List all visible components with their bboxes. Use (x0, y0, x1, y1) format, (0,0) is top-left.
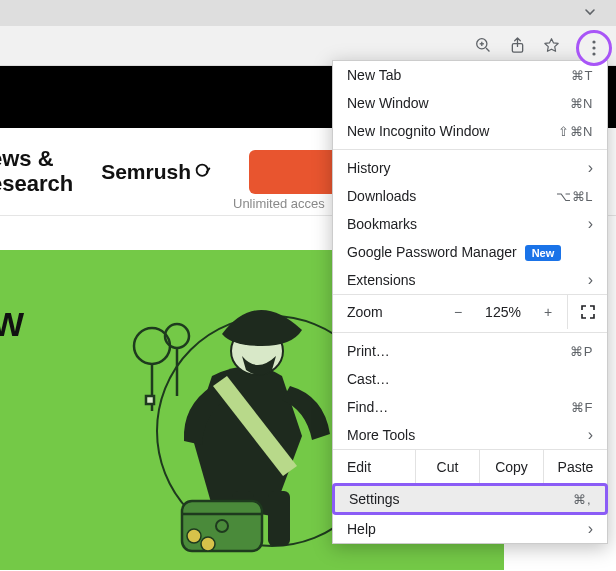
svg-point-22 (201, 537, 215, 551)
unlimited-access-text: Unlimited acces (233, 196, 325, 211)
cut-button[interactable]: Cut (415, 450, 479, 483)
chevron-right-icon (588, 215, 593, 233)
menu-settings[interactable]: Settings⌘, (332, 483, 608, 515)
menu-more-tools[interactable]: More Tools (333, 421, 607, 449)
svg-point-7 (592, 52, 595, 55)
menu-incognito[interactable]: New Incognito Window⇧⌘N (333, 117, 607, 145)
copy-button[interactable]: Copy (479, 450, 543, 483)
star-icon[interactable] (543, 37, 560, 54)
zoom-icon[interactable] (475, 37, 492, 54)
svg-point-6 (592, 46, 595, 49)
svg-rect-13 (146, 396, 154, 404)
brand-semrush[interactable]: Semrush (101, 160, 213, 184)
svg-point-5 (592, 40, 595, 43)
svg-point-8 (197, 164, 208, 175)
menu-icon[interactable] (584, 38, 604, 58)
menu-bookmarks[interactable]: Bookmarks (333, 210, 607, 238)
fullscreen-icon[interactable] (567, 295, 607, 329)
menu-new-tab[interactable]: New Tab⌘T (333, 61, 607, 89)
chevron-right-icon (588, 271, 593, 289)
zoom-in-button[interactable]: + (529, 304, 567, 320)
menu-edit-row: Edit Cut Copy Paste (333, 449, 607, 483)
zoom-out-button[interactable]: − (439, 304, 477, 320)
edit-label: Edit (333, 450, 415, 483)
share-icon[interactable] (510, 37, 525, 54)
menu-history[interactable]: History (333, 154, 607, 182)
menu-cast[interactable]: Cast… (333, 365, 607, 393)
svg-point-14 (165, 324, 189, 348)
svg-line-1 (486, 48, 489, 51)
zoom-label: Zoom (333, 304, 413, 320)
hero-title: W (0, 305, 24, 344)
menu-new-window[interactable]: New Window⌘N (333, 89, 607, 117)
new-badge: New (525, 245, 562, 261)
zoom-value: 125% (477, 304, 529, 320)
menu-downloads[interactable]: Downloads⌥⌘L (333, 182, 607, 210)
chevron-right-icon (588, 159, 593, 177)
menu-help[interactable]: Help (333, 515, 607, 543)
svg-point-21 (187, 529, 201, 543)
menu-find[interactable]: Find…⌘F (333, 393, 607, 421)
nav-news-research[interactable]: ews & esearch (0, 147, 73, 195)
browser-menu: New Tab⌘T New Window⌘N New Incognito Win… (332, 60, 608, 544)
paste-button[interactable]: Paste (543, 450, 607, 483)
chevron-right-icon (588, 520, 593, 538)
menu-password-manager[interactable]: Google Password ManagerNew (333, 238, 607, 266)
svg-rect-18 (268, 491, 290, 546)
chevron-right-icon (588, 426, 593, 444)
menu-print[interactable]: Print…⌘P (333, 337, 607, 365)
menu-zoom-row: Zoom − 125% + (333, 294, 607, 328)
menu-extensions[interactable]: Extensions (333, 266, 607, 294)
browser-menu-highlight (576, 30, 612, 66)
chevron-down-icon[interactable] (584, 5, 596, 21)
